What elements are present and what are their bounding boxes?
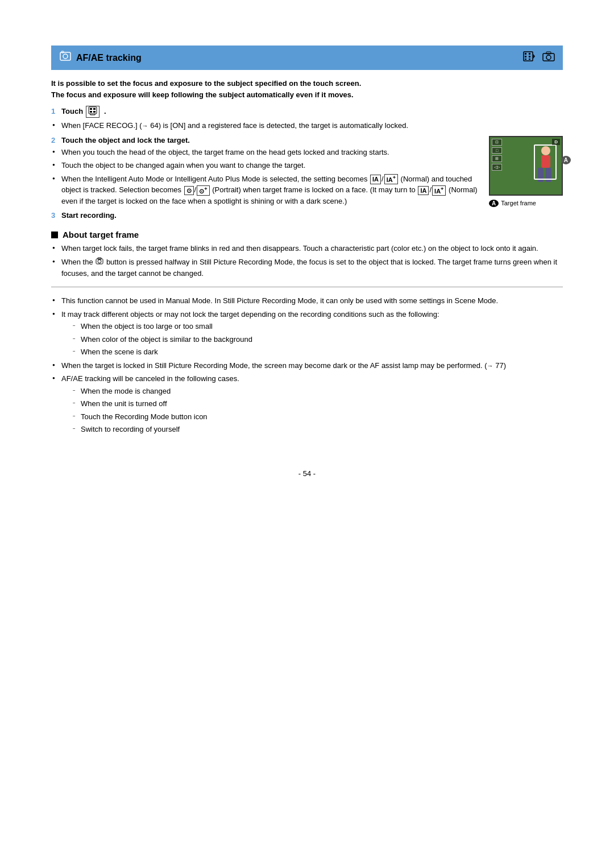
screen-top-icon: D [552, 139, 560, 145]
still-camera-icon [542, 50, 555, 65]
note-2: It may track different objects or may no… [51, 309, 563, 358]
svg-marker-10 [533, 54, 535, 59]
svg-point-28 [98, 259, 101, 263]
notes-bullets: This function cannot be used in Manual M… [51, 295, 563, 435]
about-bullet-2: When the button is pressed halfway in St… [51, 257, 563, 279]
svg-rect-0 [60, 52, 70, 60]
touch-mode-icon [86, 106, 99, 118]
svg-rect-19 [93, 108, 96, 110]
step3-number: 3 [51, 211, 55, 220]
ia-icon2: IA [418, 186, 429, 195]
section-header: AF/AE tracking [51, 46, 563, 70]
section-title: AF/AE tracking [76, 53, 523, 63]
svg-rect-18 [90, 108, 92, 110]
subsection-square-icon [51, 232, 58, 238]
divider [51, 287, 563, 287]
step3-label: Start recording. [61, 211, 117, 220]
step1-bullet: When [FACE RECOG.] (→ 64) is [ON] and a … [51, 120, 563, 131]
mode-icons [523, 50, 555, 65]
ia-icon: IA [370, 175, 381, 184]
conditions-cancel: When the mode is changed When the unit i… [61, 386, 563, 435]
step1-header: 1 Touch . [51, 106, 563, 118]
condition-track-1: When the object is too large or too smal… [73, 321, 563, 332]
page-number: - 54 - [51, 469, 563, 478]
camera-button-icon [96, 257, 103, 268]
svg-rect-14 [89, 107, 97, 114]
step2-bullets: When you touch the head of the object, t… [51, 147, 563, 207]
step2-bullet-1: When you touch the head of the object, t… [51, 147, 563, 158]
intro-text: It is possible to set the focus and expo… [51, 78, 563, 100]
step2-section: ⊡ □ ⊞ ◁▷ [51, 136, 563, 222]
about-target-bullets: When target lock fails, the target frame… [51, 243, 563, 279]
step2-bullet-2: Touch the object to be changed again whe… [51, 160, 563, 171]
page-number-value: 54 [303, 469, 311, 478]
condition-track-2: When color of the object is similar to t… [73, 334, 563, 345]
svg-rect-21 [93, 111, 96, 113]
intro-line1: It is possible to set the focus and expo… [51, 79, 361, 88]
subsection-title: About target frame [63, 230, 139, 239]
note-4: AF/AE tracking will be canceled in the f… [51, 373, 563, 435]
svg-rect-7 [529, 53, 530, 55]
about-target-frame-header: About target frame [51, 230, 563, 239]
intro-line2: The focus and exposure will keep followi… [51, 90, 354, 99]
step2-number: 2 [51, 136, 55, 144]
step1-number: 1 [51, 107, 55, 115]
portrait-icon1: ⊙ [184, 186, 194, 195]
condition-cancel-2: When the unit is turned off [73, 398, 563, 410]
note-1: This function cannot be used in Manual M… [51, 295, 563, 307]
af-ae-icon [59, 50, 72, 65]
condition-cancel-4: Switch to recording of yourself [73, 424, 563, 435]
condition-cancel-3: Touch the Recording Mode button icon [73, 411, 563, 423]
conditions-track: When the object is too large or too smal… [61, 321, 563, 358]
step3-header: 3 Start recording. [51, 211, 563, 220]
step2-header: 2 Touch the object and lock the target. [51, 136, 563, 144]
about-bullet-1: When target lock fails, the target frame… [51, 243, 563, 254]
step1-label: Touch [61, 107, 83, 115]
svg-rect-4 [525, 53, 526, 55]
svg-point-12 [546, 55, 551, 60]
svg-rect-9 [529, 59, 530, 60]
note-3: When the target is locked in Still Pictu… [51, 360, 563, 371]
svg-rect-5 [525, 56, 526, 57]
svg-rect-6 [525, 59, 526, 60]
svg-rect-8 [529, 56, 530, 57]
step2-bullet-3: When the Intelligent Auto Mode or Intell… [51, 173, 563, 207]
condition-track-3: When the scene is dark [73, 346, 563, 358]
film-mode-icon [523, 50, 536, 65]
page: AF/AE tracking [0, 0, 614, 868]
svg-point-1 [63, 54, 68, 59]
ia-plus-icon2: IA+ [432, 185, 446, 196]
step2-label: Touch the object and lock the target. [61, 136, 190, 144]
portrait-icon2: ⊙+ [197, 185, 209, 196]
condition-cancel-1: When the mode is changed [73, 386, 563, 397]
svg-rect-20 [90, 111, 92, 113]
screen-icon-1: ⊡ [492, 139, 502, 146]
step1-bullets: When [FACE RECOG.] (→ 64) is [ON] and a … [51, 120, 563, 131]
ia-plus-icon: IA+ [384, 174, 398, 184]
